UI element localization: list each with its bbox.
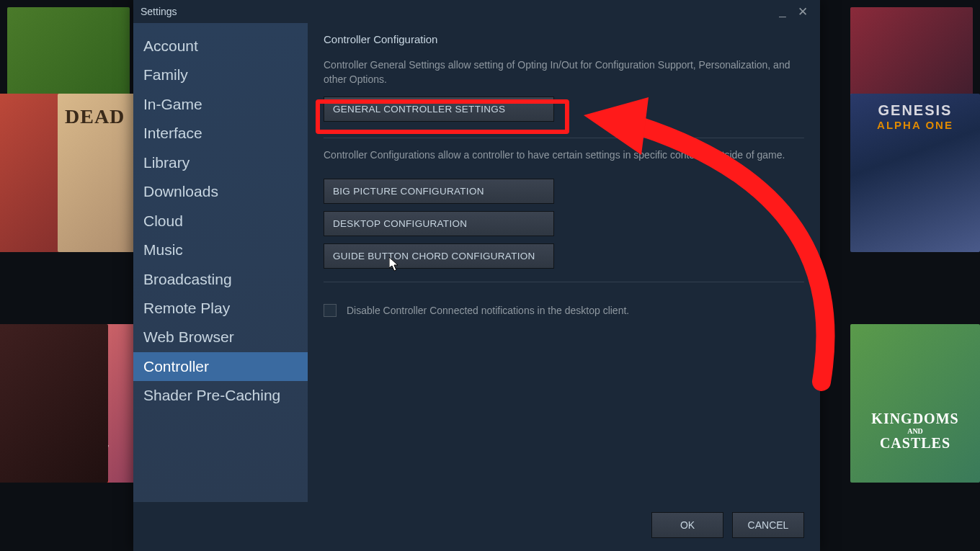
panel-description: Controller Configurations allow a contro… (324, 148, 804, 163)
game-title-text: ALPHA ONE (850, 119, 980, 131)
game-title-text: CASTLES (850, 435, 980, 452)
settings-sidebar: Account Family In-Game Interface Library… (133, 23, 308, 502)
guide-button-chord-configuration-button[interactable]: GUIDE BUTTON CHORD CONFIGURATION (324, 243, 554, 269)
sidebar-item-downloads[interactable]: Downloads (133, 177, 308, 206)
game-tile-kingdoms[interactable]: KINGDOMS AND CASTLES (850, 324, 980, 483)
game-title-text: KINGDOMS (850, 411, 980, 427)
cancel-button[interactable]: CANCEL (732, 512, 804, 538)
big-picture-configuration-button[interactable]: BIG PICTURE CONFIGURATION (324, 179, 554, 204)
panel-description: Controller General Settings allow settin… (324, 58, 804, 86)
window-title: Settings (141, 6, 177, 17)
dialog-footer: OK CANCEL (133, 502, 820, 551)
game-tile-genesis[interactable]: GENESIS ALPHA ONE (850, 94, 980, 252)
game-tile[interactable] (0, 324, 108, 483)
sidebar-item-interface[interactable]: Interface (133, 119, 308, 148)
sidebar-item-shader-pre-caching[interactable]: Shader Pre-Caching (133, 381, 308, 410)
sidebar-item-cloud[interactable]: Cloud (133, 207, 308, 236)
sidebar-item-library[interactable]: Library (133, 148, 308, 177)
settings-panel: Controller Configuration Controller Gene… (308, 23, 820, 502)
disable-notifications-checkbox[interactable] (324, 304, 337, 317)
sidebar-item-web-browser[interactable]: Web Browser (133, 323, 308, 351)
panel-heading: Controller Configuration (324, 33, 804, 45)
game-title-text: AND (850, 427, 980, 435)
game-title-text: GENESIS (850, 102, 980, 119)
ok-button[interactable]: OK (651, 512, 723, 538)
sidebar-item-account[interactable]: Account (133, 32, 308, 61)
sidebar-item-in-game[interactable]: In-Game (133, 90, 308, 119)
close-button[interactable]: ✕ (793, 4, 813, 19)
sidebar-item-broadcasting[interactable]: Broadcasting (133, 265, 308, 294)
divider (324, 282, 804, 282)
divider (324, 138, 804, 138)
checkbox-label: Disable Controller Connected notificatio… (347, 305, 629, 316)
sidebar-item-controller[interactable]: Controller (133, 352, 308, 381)
sidebar-item-remote-play[interactable]: Remote Play (133, 294, 308, 323)
general-controller-settings-button[interactable]: GENERAL CONTROLLER SETTINGS (324, 97, 554, 122)
settings-dialog: Settings _ ✕ Account Family In-Game Inte… (133, 0, 820, 551)
minimize-button[interactable]: _ (772, 4, 793, 19)
titlebar: Settings _ ✕ (133, 0, 820, 23)
sidebar-item-music[interactable]: Music (133, 236, 308, 264)
desktop-configuration-button[interactable]: DESKTOP CONFIGURATION (324, 211, 554, 236)
sidebar-item-family[interactable]: Family (133, 61, 308, 89)
